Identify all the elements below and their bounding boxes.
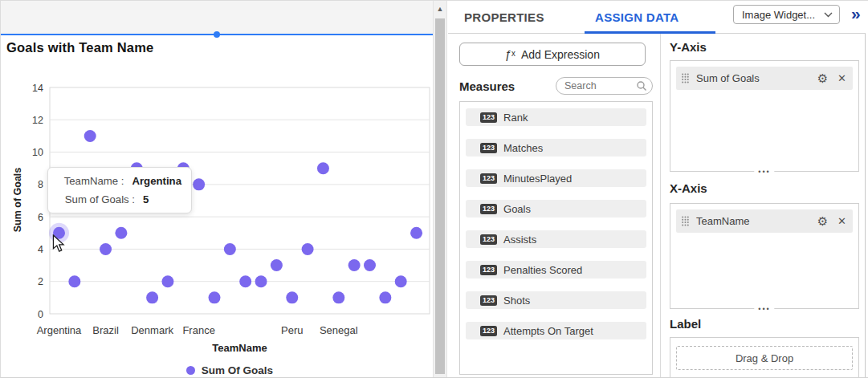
x-axis-dropzone[interactable]: TeamName ⚙ ✕ ••• [670,203,859,309]
tooltip-label: Sum of Goals : [58,190,135,209]
data-point[interactable] [146,291,158,303]
label-heading: Label [670,317,701,331]
left-panel-scrollbar[interactable]: ▲ [433,1,447,378]
numeric-type-badge: 123 [480,173,497,184]
tooltip-value: 5 [143,190,149,209]
x-tick-label: Senegal [320,324,358,336]
y-axis-dropzone[interactable]: Sum of Goals ⚙ ✕ ••• [670,60,859,172]
measure-item-penalties-scored[interactable]: 123 Penalties Scored [466,261,646,278]
panel-header: PROPERTIES ASSIGN DATA Image Widget... » [448,1,866,34]
legend-marker [186,366,195,375]
measures-column: ƒˣ Add Expression Measures 123 Rank [448,34,661,378]
numeric-type-badge: 123 [480,265,497,275]
data-point[interactable] [193,178,205,190]
add-expression-button[interactable]: ƒˣ Add Expression [459,43,646,66]
chart-legend[interactable]: Sum Of Goals [41,364,418,376]
numeric-type-badge: 123 [480,204,497,214]
measure-label: Attempts On Target [503,325,593,337]
search-icon [636,80,647,91]
x-axis-field-label: TeamName [696,215,817,227]
y-axis-heading: Y-Axis [670,40,707,54]
measure-item-minutesplayed[interactable]: 123 MinutesPlayed [466,169,646,187]
measure-item-rank[interactable]: 123 Rank [466,108,646,126]
drag-drop-target[interactable]: Drag & Drop [676,346,853,370]
y-tick-label: 2 [38,276,43,287]
measure-item-matches[interactable]: 123 Matches [466,139,646,156]
x-axis-heading: X-Axis [670,181,707,195]
measure-label: Penalties Scored [503,264,582,276]
tooltip-label: TeamName : [58,172,124,190]
data-point[interactable] [68,275,80,287]
data-point[interactable] [115,227,127,239]
numeric-type-badge: 123 [480,326,497,336]
numeric-type-badge: 123 [480,112,497,123]
properties-panel: PROPERTIES ASSIGN DATA Image Widget... »… [448,1,866,378]
data-point[interactable] [239,275,251,287]
close-icon[interactable]: ✕ [837,216,846,226]
widget-type-dropdown[interactable]: Image Widget... [733,5,840,24]
tooltip-row: Sum of Goals : 5 [58,190,181,209]
assignments-column: Y-Axis Sum of Goals ⚙ ✕ ••• [662,34,866,378]
drag-handle-icon[interactable] [682,216,689,226]
data-point[interactable] [410,227,422,239]
drag-handle-icon[interactable] [682,73,689,83]
y-axis-field-label: Sum of Goals [696,72,817,84]
x-axis-expander[interactable]: ••• [754,305,774,313]
x-tick-label: Argentina [37,324,82,336]
data-point[interactable] [364,259,376,271]
legend-label: Sum Of Goals [202,364,273,376]
measures-search [556,77,653,95]
x-tick-label: France [182,324,214,336]
tab-properties[interactable]: PROPERTIES [464,10,544,24]
numeric-type-badge: 123 [480,143,497,153]
measure-label: Shots [503,295,530,307]
chart-tooltip: TeamName : Argentina Sum of Goals : 5 [47,167,192,213]
label-dropzone[interactable]: Drag & Drop [670,337,859,378]
measure-label: MinutesPlayed [503,173,572,185]
scroll-up-icon[interactable]: ▲ [434,5,446,13]
tooltip-value: Argentina [132,172,181,190]
y-axis-expander[interactable]: ••• [754,168,774,176]
tab-assign-data[interactable]: ASSIGN DATA [595,10,679,24]
x-axis-field-chip[interactable]: TeamName ⚙ ✕ [676,209,853,233]
data-point[interactable] [302,243,314,255]
measure-item-goals[interactable]: 123 Goals [466,200,646,217]
y-tick-label: 14 [32,83,43,94]
dashboard-designer-window: Goals with Team Name 02468101214Argentin… [0,0,868,378]
measure-item-assists[interactable]: 123 Assists [466,230,646,248]
x-tick-label: Brazil [92,324,119,336]
numeric-type-badge: 123 [480,295,497,306]
data-point[interactable] [209,291,221,303]
data-point[interactable] [224,243,236,255]
tooltip-row: TeamName : Argentina [58,172,181,190]
measure-item-attempts-on-target[interactable]: 123 Attempts On Target [466,322,646,339]
measure-item-shots[interactable]: 123 Shots [466,291,646,309]
scrollbar-thumb[interactable] [435,18,445,374]
measures-list: 123 Rank 123 Matches 123 MinutesPlayed 1… [459,101,653,375]
data-point[interactable] [271,259,283,271]
data-point[interactable] [84,130,96,142]
y-tick-label: 10 [32,147,43,158]
measures-header-row: Measures [459,77,653,95]
data-point[interactable] [255,275,267,287]
data-point[interactable] [348,259,361,271]
y-tick-label: 4 [38,244,43,255]
data-point[interactable] [379,291,391,303]
data-point[interactable] [286,291,298,303]
data-point[interactable] [317,162,329,174]
y-axis-field-chip[interactable]: Sum of Goals ⚙ ✕ [676,67,853,90]
data-point[interactable] [395,275,407,287]
y-axis-title: Sum of Goals [12,120,23,280]
data-point[interactable] [100,243,112,255]
collapse-panel-icon[interactable]: » [851,4,861,23]
data-point[interactable] [332,291,344,303]
numeric-type-badge: 123 [480,234,497,245]
gear-icon[interactable]: ⚙ [817,215,828,227]
data-point[interactable] [161,275,173,287]
fx-icon: ƒˣ [505,48,516,61]
gear-icon[interactable]: ⚙ [817,72,828,84]
close-icon[interactable]: ✕ [837,73,846,83]
y-tick-label: 12 [32,115,43,126]
widget-type-value: Image Widget... [742,9,815,21]
y-tick-label: 0 [38,309,43,320]
